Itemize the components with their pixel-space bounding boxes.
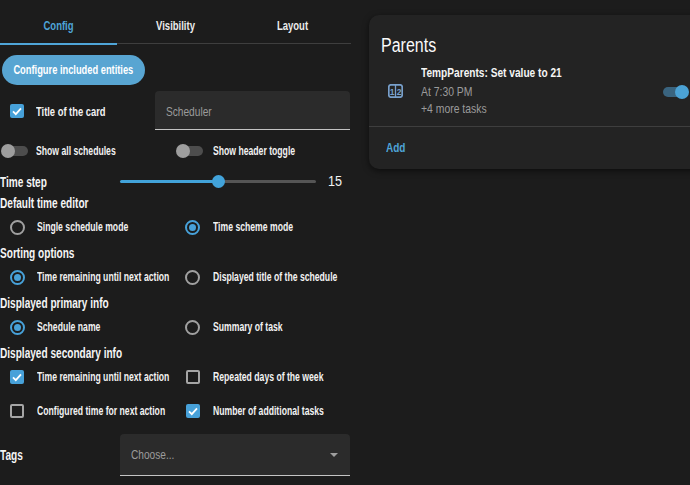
svg-text:1: 1 — [390, 86, 395, 96]
svg-text:2: 2 — [397, 86, 402, 96]
